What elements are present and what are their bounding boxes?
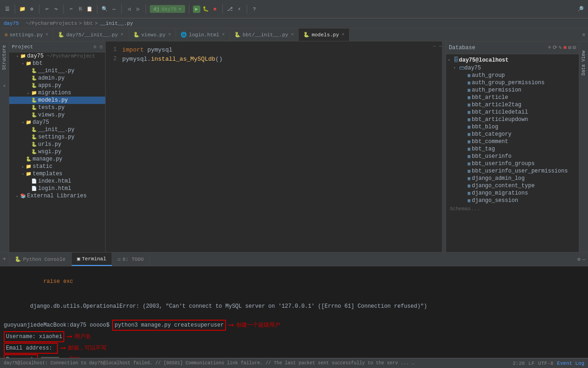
python-console-tab[interactable]: 🐍 Python Console bbox=[9, 253, 71, 266]
terminal-minimize-icon[interactable]: — bbox=[582, 257, 585, 262]
db-table-item[interactable]: ▸▦django_session bbox=[446, 197, 579, 204]
db-table-item[interactable]: ▸▦bbt_articleupdown bbox=[446, 116, 579, 123]
editor-collapse-icon[interactable]: — — bbox=[433, 41, 442, 51]
db-table-item[interactable]: ▸▦bbt_comment bbox=[446, 138, 579, 145]
tab-bbt-init[interactable]: 🐍 bbt/__init__.py × bbox=[230, 29, 299, 41]
close-login-tab[interactable]: × bbox=[222, 32, 225, 37]
git-icon[interactable]: ⎇ bbox=[226, 6, 234, 13]
data-view-tab[interactable]: Data View bbox=[581, 51, 586, 75]
tree-item-login-html[interactable]: ▸ 📄 login.html bbox=[9, 185, 105, 192]
db-table-item[interactable]: ▸▦bbt_userinfo_groups bbox=[446, 160, 579, 167]
tree-item-index-html[interactable]: ▸ 📄 index.html bbox=[9, 178, 105, 185]
terminal-line-username: Username: xiaohei ⟶ 用户名 bbox=[4, 331, 584, 342]
tree-item-root[interactable]: ▾ 📁 day75 ~/PycharmProject bbox=[9, 52, 105, 60]
tree-item-templates[interactable]: ▾ 📁 templates bbox=[9, 170, 105, 178]
db-tree: ▾ 🗄 day75@localhost ▾ 🗃 day75 ▸▦auth_gro… bbox=[446, 54, 579, 252]
db-edit-icon[interactable]: ✎ bbox=[559, 44, 562, 51]
db-table-item[interactable]: ▸▦django_admin_log bbox=[446, 175, 579, 182]
tree-item-apps[interactable]: ▸ 🐍 apps.py bbox=[9, 82, 105, 89]
db-table-item[interactable]: ▸▦auth_group_permissions bbox=[446, 79, 579, 86]
db-table-item[interactable]: ▸▦django_content_type bbox=[446, 182, 579, 190]
breadcrumb: day75 ~/PycharmProjects > bbt > __init__… bbox=[0, 18, 588, 29]
tree-item-ext-libs[interactable]: ▸ 📚 External Libraries bbox=[9, 192, 105, 200]
db-table-item[interactable]: ▸▦bbt_blog bbox=[446, 123, 579, 131]
tab-login-html[interactable]: 🌐 login.html × bbox=[176, 29, 230, 41]
terminal-settings-icon[interactable]: ⚙ bbox=[577, 256, 581, 262]
tree-item-manage[interactable]: ▸ 🐍 manage.py bbox=[9, 155, 105, 163]
db-add-icon[interactable]: + bbox=[548, 44, 551, 51]
copy-icon[interactable]: ⎘ bbox=[77, 6, 84, 13]
tree-item-static[interactable]: ▸ 📁 static bbox=[9, 163, 105, 170]
tree-collapse-icon[interactable]: ⊟ bbox=[100, 44, 102, 50]
db-table-item[interactable]: ▸▦bbt_article bbox=[446, 94, 579, 101]
run-button[interactable]: ▶ bbox=[193, 6, 200, 13]
cut-icon[interactable]: ✂ bbox=[68, 6, 75, 13]
minimap-toggle[interactable]: ≡ bbox=[579, 29, 588, 41]
favorites-icon[interactable]: ★ bbox=[3, 83, 6, 88]
email-arrow: ⟶ bbox=[61, 343, 65, 354]
db-table-item[interactable]: ▸▦bbt_articledetail bbox=[446, 109, 579, 116]
tree-item-day75-init[interactable]: ▸ 🐍 __init__.py bbox=[9, 126, 105, 133]
tab-settings-py[interactable]: ⚙ settings.py × bbox=[0, 29, 53, 41]
tree-item-urls[interactable]: ▸ 🐍 urls.py bbox=[9, 141, 105, 148]
close-bbt-tab[interactable]: × bbox=[291, 32, 294, 37]
tree-item-tests[interactable]: ▸ 🐍 tests.py bbox=[9, 104, 105, 111]
db-stop-icon[interactable]: ■ bbox=[563, 45, 566, 51]
project-badge[interactable]: dj day75 ▾ bbox=[150, 5, 185, 13]
db-table-item[interactable]: ▸▦django_migrations bbox=[446, 190, 579, 197]
search-everywhere-icon[interactable]: 🔎 bbox=[577, 6, 584, 13]
close-day75-init-tab[interactable]: × bbox=[120, 32, 123, 37]
terminal-tab[interactable]: ▣ Terminal bbox=[72, 253, 112, 266]
breadcrumb-day75[interactable]: day75 bbox=[4, 21, 19, 26]
createsuperuser-arrow: ⟶ bbox=[229, 320, 233, 331]
tree-item-day75-folder[interactable]: ▾ 📁 day75 bbox=[9, 119, 105, 126]
tab-views-py[interactable]: 🐍 views.py × bbox=[129, 29, 176, 41]
tree-item-views[interactable]: ▸ 🐍 views.py bbox=[9, 111, 105, 119]
db-table-item[interactable]: ▸▦bbt_article2tag bbox=[446, 101, 579, 109]
db-settings-icon[interactable]: ⚙ bbox=[568, 44, 571, 51]
tab-models-py[interactable]: 🐍 models.py × bbox=[299, 29, 349, 41]
forward-icon[interactable]: ▷ bbox=[135, 6, 142, 13]
structure-tab[interactable]: Structure bbox=[2, 45, 7, 70]
db-collapse-icon[interactable]: ⊟ bbox=[573, 44, 576, 51]
editor-tabs: ⚙ settings.py × 🐍 day75/__init__.py × 🐍 … bbox=[0, 29, 588, 41]
event-log-button[interactable]: Event Log bbox=[557, 361, 584, 366]
close-settings-tab[interactable]: × bbox=[45, 32, 48, 37]
tree-item-bbt[interactable]: ▾ 📁 bbt bbox=[9, 60, 105, 67]
db-table-item[interactable]: ▸▦bbt_tag bbox=[446, 145, 579, 153]
redo-icon[interactable]: ↪ bbox=[52, 6, 60, 13]
db-table-item[interactable]: ▸▦bbt_userinfo_user_permissions bbox=[446, 167, 579, 175]
tree-item-migrations[interactable]: ▸ 📁 migrations bbox=[9, 89, 105, 97]
tab-day75-init[interactable]: 🐍 day75/__init__.py × bbox=[53, 29, 128, 41]
settings-icon[interactable]: ⚙ bbox=[28, 6, 35, 13]
terminal-icon[interactable]: ⚡ bbox=[236, 6, 243, 13]
db-schema-item[interactable]: ▾ 🗃 day75 bbox=[446, 64, 579, 72]
menu-icon[interactable]: ☰ bbox=[4, 6, 11, 13]
debug-icon[interactable]: 🐛 bbox=[202, 6, 209, 13]
tree-item-settings[interactable]: ▸ 🐍 settings.py bbox=[9, 133, 105, 141]
folder-icon[interactable]: 📁 bbox=[19, 6, 26, 13]
db-table-item[interactable]: ▸▦bbt_userinfo bbox=[446, 153, 579, 160]
todo-tab[interactable]: ☑ 6: TODO bbox=[112, 253, 150, 266]
tree-item-models[interactable]: ▸ 🐍 models.py bbox=[9, 97, 105, 104]
add-terminal-button[interactable]: + bbox=[0, 253, 9, 266]
back-icon[interactable]: ◁ bbox=[125, 6, 133, 13]
db-refresh-icon[interactable]: ⟳ bbox=[553, 44, 557, 51]
db-connection-item[interactable]: ▾ 🗄 day75@localhost bbox=[446, 56, 579, 64]
replace-icon[interactable]: ↔ bbox=[110, 6, 118, 13]
stop-icon[interactable]: ■ bbox=[211, 6, 219, 13]
search-icon[interactable]: 🔍 bbox=[101, 6, 108, 13]
db-table-item[interactable]: ▸▦bbt_category bbox=[446, 131, 579, 138]
tree-item-bbt-init[interactable]: ▸ 🐍 __init__.py bbox=[9, 67, 105, 75]
close-views-tab[interactable]: × bbox=[168, 32, 171, 37]
undo-icon[interactable]: ↩ bbox=[43, 6, 51, 13]
help-icon[interactable]: ? bbox=[251, 6, 258, 13]
tree-item-wsgi[interactable]: ▸ 🐍 wsgi.py bbox=[9, 148, 105, 155]
close-models-tab[interactable]: × bbox=[342, 32, 345, 37]
db-table-item[interactable]: ▸▦auth_group bbox=[446, 72, 579, 79]
tree-settings-icon[interactable]: ⚙ bbox=[94, 44, 96, 50]
db-table-item[interactable]: ▸▦auth_permission bbox=[446, 86, 579, 94]
editor-scrollbar[interactable] bbox=[442, 41, 446, 252]
tree-item-admin[interactable]: ▸ 🐍 admin.py bbox=[9, 75, 105, 82]
paste-icon[interactable]: 📋 bbox=[86, 6, 93, 13]
